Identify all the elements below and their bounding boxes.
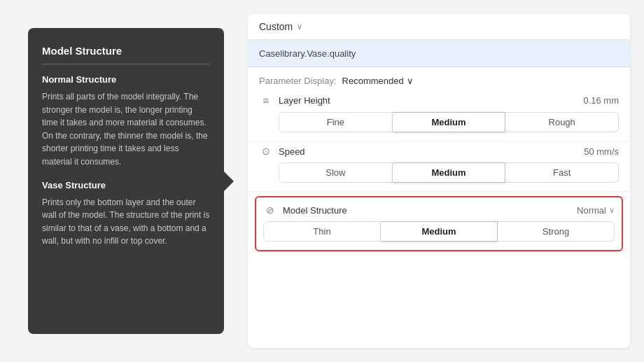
layer-height-header: Layer Height 0.16 mm	[259, 95, 619, 106]
tooltip-panel: Model Structure Normal Structure Prints …	[28, 28, 224, 334]
custom-dropdown[interactable]: Custom ∨	[259, 21, 302, 32]
layer-height-value: 0.16 mm	[583, 95, 619, 106]
layer-height-label: Layer Height	[279, 95, 330, 106]
tooltip-divider	[42, 64, 210, 64]
profile-text: Caselibrary.Vase.quality	[259, 48, 356, 59]
model-structure-value: Normal	[577, 205, 606, 216]
model-structure-medium-btn[interactable]: Medium	[381, 221, 498, 242]
dropdown-row: Custom ∨	[248, 14, 630, 40]
model-structure-icon: ⊘	[263, 204, 277, 216]
param-display-value: Recommended	[342, 76, 404, 86]
speed-left: ⊙ Speed	[259, 146, 305, 157]
layer-height-left: Layer Height	[259, 95, 330, 106]
vase-structure-title: Vase Structure	[42, 180, 210, 190]
tooltip-title: Model Structure	[42, 45, 210, 57]
model-structure-header: ⊘ Model Structure Normal ∨	[263, 204, 615, 216]
model-structure-chevron-icon: ∨	[609, 206, 615, 215]
vase-structure-body: Prints only the bottom layer and the out…	[42, 196, 210, 248]
normal-structure-body: Prints all parts of the model integrally…	[42, 90, 210, 169]
model-structure-label: Model Structure	[283, 205, 347, 216]
model-structure-left: ⊘ Model Structure	[263, 204, 347, 216]
right-panel: Custom ∨ Caselibrary.Vase.quality Parame…	[248, 14, 630, 348]
param-display-row: Parameter Display: Recommended ∨	[248, 67, 630, 90]
param-display-dropdown[interactable]: Recommended ∨	[342, 76, 414, 86]
speed-btn-group: Slow Medium Fast	[279, 162, 619, 183]
layer-height-medium-btn[interactable]: Medium	[393, 112, 506, 132]
speed-section: ⊙ Speed 50 mm/s Slow Medium Fast	[248, 141, 630, 192]
param-display-label: Parameter Display:	[259, 76, 337, 86]
model-structure-section: ⊘ Model Structure Normal ∨ Thin Medium S…	[255, 196, 623, 251]
profile-row: Caselibrary.Vase.quality	[248, 40, 630, 67]
dropdown-value: Custom	[259, 21, 293, 32]
speed-value: 50 mm/s	[584, 146, 619, 157]
layer-height-rough-btn[interactable]: Rough	[505, 112, 619, 132]
speed-icon: ⊙	[259, 146, 273, 157]
layer-height-section: Layer Height 0.16 mm Fine Medium Rough	[248, 90, 630, 141]
model-structure-thin-btn[interactable]: Thin	[263, 221, 381, 242]
model-structure-strong-btn[interactable]: Strong	[498, 221, 615, 242]
layer-height-icon	[259, 95, 273, 106]
model-structure-value-group[interactable]: Normal ∨	[577, 205, 615, 216]
layer-height-fine-btn[interactable]: Fine	[279, 112, 393, 132]
speed-header: ⊙ Speed 50 mm/s	[259, 146, 619, 157]
normal-structure-title: Normal Structure	[42, 74, 210, 85]
speed-label: Speed	[279, 146, 305, 157]
speed-fast-btn[interactable]: Fast	[505, 162, 619, 183]
layer-height-btn-group: Fine Medium Rough	[279, 112, 619, 132]
speed-medium-btn[interactable]: Medium	[393, 162, 506, 183]
model-structure-btn-group: Thin Medium Strong	[263, 221, 615, 242]
param-display-chevron-icon: ∨	[407, 76, 414, 86]
dropdown-chevron-icon: ∨	[297, 22, 302, 32]
speed-slow-btn[interactable]: Slow	[279, 162, 393, 183]
